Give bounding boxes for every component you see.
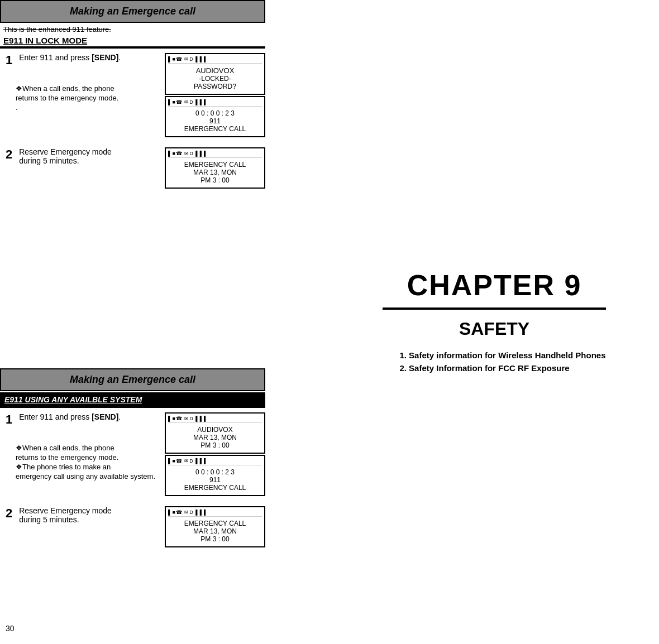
- phone-screens-top: ▌■☎ ✉D ▌▌▌ AUDIOVOX -LOCKED- PASSWORD? ▌…: [165, 53, 265, 138]
- step2-left: 2 Reserve Emergency modeduring 5 minutes…: [0, 147, 160, 190]
- step1-notes: ❖When a call ends, the phone returns to …: [6, 84, 160, 112]
- b-screen3-label: EMERGENCY CALL: [168, 520, 262, 527]
- bottom-title-box: Making an Emergence call: [0, 368, 265, 391]
- phone-screens-step2: ▌■☎ ✉D ▌▌▌ EMERGENCY CALL MAR 13, MON PM…: [165, 147, 265, 190]
- screen1-brand: AUDIOVOX: [168, 66, 262, 75]
- b-screen2-label: EMERGENCY CALL: [168, 484, 262, 492]
- step1-left: 1 Enter 911 and press [SEND]. ❖When a ca…: [0, 53, 160, 138]
- step1-area: 1 Enter 911 and press [SEND]. ❖When a ca…: [0, 49, 265, 143]
- step1-text: Enter 911 and press [SEND].: [19, 53, 159, 62]
- screen2-icons: ▌■☎ ✉D ▌▌▌: [168, 99, 208, 105]
- bottom-step1-left: 1 Enter 911 and press [SEND]. ❖When a ca…: [0, 412, 160, 497]
- bottom-step1-area: 1 Enter 911 and press [SEND]. ❖When a ca…: [0, 408, 265, 502]
- screen2-label: EMERGENCY CALL: [168, 125, 262, 133]
- screen3-content: EMERGENCY CALL MAR 13, MON PM 3 : 00: [168, 160, 262, 185]
- safety-item-1: 1. Safety information for Wireless Handh…: [399, 350, 605, 360]
- screen2-content: 0 0 : 0 0 : 2 3 911 EMERGENCY CALL: [168, 108, 262, 134]
- e911-system-label: E911 USING ANY AVAILBLE SYSTEM: [1, 393, 264, 406]
- screen2-status: ▌■☎ ✉D ▌▌▌: [168, 99, 262, 107]
- safety-items: 1. Safety information for Wireless Handh…: [383, 350, 605, 373]
- b-screen2-number: 911: [168, 476, 262, 484]
- b-screen1-status: ▌■☎ ✉D ▌▌▌: [168, 416, 262, 423]
- bottom-section-title: Making an Emergence call: [1, 369, 264, 390]
- bottom-phone-screen-2: ▌■☎ ✉D ▌▌▌ 0 0 : 0 0 : 2 3 911 EMERGENCY…: [165, 455, 265, 496]
- b-screen3-date: MAR 13, MON: [168, 527, 262, 535]
- step2-text: Reserve Emergency modeduring 5 minutes.: [19, 147, 159, 165]
- chapter-divider: [383, 307, 605, 310]
- bottom-step1-text: Enter 911 and press [SEND].: [19, 412, 159, 421]
- right-column: CHAPTER 9 SAFETY 1. Safety information f…: [330, 0, 659, 644]
- b-screen1-icons: ▌■☎ ✉D ▌▌▌: [168, 416, 208, 421]
- e911-lock-label: E911 IN LOCK MODE: [0, 35, 265, 47]
- bottom-step2-area: 2 Reserve Emergency modeduring 5 minutes…: [0, 502, 265, 553]
- step2-area: 2 Reserve Emergency modeduring 5 minutes…: [0, 143, 265, 194]
- screen3-icons: ▌■☎ ✉D ▌▌▌: [168, 151, 208, 156]
- step1-note1: ❖When a call ends, the phone: [16, 84, 160, 93]
- safety-title: SAFETY: [383, 319, 605, 339]
- step1-note3: .: [16, 103, 160, 112]
- screen3-label: EMERGENCY CALL: [168, 161, 262, 169]
- b-screen1-brand: AUDIOVOX: [168, 426, 262, 434]
- b-screen3-time: PM 3 : 00: [168, 535, 262, 543]
- bottom-step1-note4: emergency call using any available syste…: [16, 472, 160, 480]
- phone-screen-1: ▌■☎ ✉D ▌▌▌ AUDIOVOX -LOCKED- PASSWORD?: [165, 53, 265, 95]
- safety-item-2: 2. Safety Information for FCC RF Exposur…: [399, 363, 605, 373]
- bottom-section: Making an Emergence call E911 USING ANY …: [0, 368, 265, 553]
- screen3-date: MAR 13, MON: [168, 169, 262, 176]
- screen1-status: ▌■☎ ✉D ▌▌▌: [168, 56, 262, 64]
- intro-text: This is the enhanced 911 feature.: [0, 24, 265, 35]
- b-screen2-timer: 0 0 : 0 0 : 2 3: [168, 468, 262, 476]
- bottom-step1-number: 1: [6, 412, 12, 427]
- b-screen1-date: MAR 13, MON: [168, 434, 262, 441]
- chapter-section: CHAPTER 9 SAFETY 1. Safety information f…: [371, 246, 617, 398]
- b-screen2-icons: ▌■☎ ✉D ▌▌▌: [168, 458, 208, 464]
- bottom-step1-note1: ❖When a call ends, the phone: [16, 444, 160, 452]
- bottom-step2-left: 2 Reserve Emergency modeduring 5 minutes…: [0, 506, 160, 549]
- bottom-phone-screen-1: ▌■☎ ✉D ▌▌▌ AUDIOVOX MAR 13, MON PM 3 : 0…: [165, 412, 265, 454]
- b-screen1-content: AUDIOVOX MAR 13, MON PM 3 : 00: [168, 425, 262, 450]
- b-screen1-time: PM 3 : 00: [168, 441, 262, 449]
- phone-screen-2: ▌■☎ ✉D ▌▌▌ 0 0 : 0 0 : 2 3 911 EMERGENCY…: [165, 96, 265, 137]
- b-screen2-content: 0 0 : 0 0 : 2 3 911 EMERGENCY CALL: [168, 467, 262, 493]
- screen1-content: AUDIOVOX -LOCKED- PASSWORD?: [168, 65, 262, 92]
- b-screen3-content: EMERGENCY CALL MAR 13, MON PM 3 : 00: [168, 518, 262, 544]
- chapter-title: CHAPTER 9: [383, 268, 605, 302]
- b-screen2-status: ▌■☎ ✉D ▌▌▌: [168, 458, 262, 465]
- bottom-step1-note2: returns to the emergency mode.: [16, 453, 160, 462]
- b-screen3-status: ▌■☎ ✉D ▌▌▌: [168, 510, 262, 517]
- bottom-phone-screens-2: ▌■☎ ✉D ▌▌▌ EMERGENCY CALL MAR 13, MON PM…: [165, 506, 265, 549]
- page-number: 30: [6, 624, 15, 633]
- b-screen3-icons: ▌■☎ ✉D ▌▌▌: [168, 510, 208, 515]
- screen2-number: 911: [168, 117, 262, 125]
- bottom-step2-text: Reserve Emergency modeduring 5 minutes.: [19, 506, 159, 524]
- screen3-status: ▌■☎ ✉D ▌▌▌: [168, 151, 262, 158]
- screen1-locked: -LOCKED-: [168, 75, 262, 83]
- bottom-step1-note3: ❖The phone tries to make an: [16, 463, 160, 471]
- screen1-icons: ▌■☎ ✉D ▌▌▌: [168, 56, 208, 62]
- bottom-phone-screen-3: ▌■☎ ✉D ▌▌▌ EMERGENCY CALL MAR 13, MON PM…: [165, 506, 265, 547]
- bottom-phone-screens: ▌■☎ ✉D ▌▌▌ AUDIOVOX MAR 13, MON PM 3 : 0…: [165, 412, 265, 497]
- bottom-step2-number: 2: [6, 506, 12, 521]
- top-section: Making an Emergence call This is the enh…: [0, 0, 265, 194]
- phone-screen-3: ▌■☎ ✉D ▌▌▌ EMERGENCY CALL MAR 13, MON PM…: [165, 147, 265, 189]
- screen3-time: PM 3 : 00: [168, 176, 262, 184]
- step1-number: 1: [6, 53, 12, 68]
- step2-number: 2: [6, 147, 12, 162]
- top-title-box: Making an Emergence call: [0, 0, 265, 23]
- bottom-step1-notes: ❖When a call ends, the phone returns to …: [6, 444, 160, 480]
- top-section-title: Making an Emergence call: [1, 1, 264, 22]
- screen1-password: PASSWORD?: [168, 83, 262, 90]
- screen2-timer: 0 0 : 0 0 : 2 3: [168, 109, 262, 117]
- step1-note2: returns to the emergency mode.: [16, 94, 160, 102]
